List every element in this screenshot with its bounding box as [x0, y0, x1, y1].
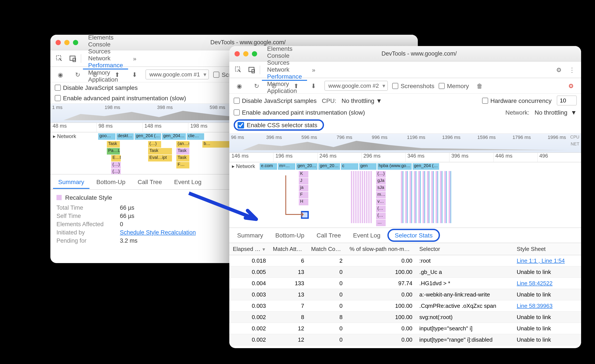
- tab-network[interactable]: Network: [262, 66, 307, 73]
- hw-concurrency-checkbox[interactable]: Hardware concurrency: [482, 97, 552, 104]
- flame-block[interactable]: (…: [376, 213, 386, 219]
- profile-select[interactable]: www.google.com #1: [146, 70, 209, 79]
- network-item[interactable]: clie…: [187, 133, 204, 140]
- network-item[interactable]: gen_204 (…: [413, 163, 439, 170]
- col-header[interactable]: Selector: [416, 243, 513, 255]
- tab-performance[interactable]: Performance: [83, 62, 128, 70]
- inspect-icon[interactable]: [53, 55, 66, 62]
- maximize-icon[interactable]: [73, 40, 78, 45]
- tab-elements[interactable]: Elements: [262, 46, 307, 52]
- record-icon[interactable]: ◉: [54, 71, 67, 78]
- more-tabs-icon[interactable]: »: [307, 66, 320, 73]
- table-row[interactable]: 0.0031300.00a:-webkit-any-link:read-writ…: [229, 289, 581, 300]
- flame-block[interactable]: Task: [148, 148, 172, 154]
- clear-icon[interactable]: ⊘: [268, 82, 281, 89]
- detail-tab-bottom-up[interactable]: Bottom-Up: [91, 176, 131, 188]
- network-item[interactable]: gen_20…: [296, 163, 318, 170]
- network-item[interactable]: gen_20…: [319, 163, 340, 170]
- detail-tab-selector-stats[interactable]: Selector Stats: [387, 229, 440, 242]
- detail-tab-summary[interactable]: Summary: [53, 175, 89, 189]
- stylesheet-link[interactable]: Line 1:1 , Line 1:54: [517, 257, 565, 264]
- table-row[interactable]: 0.018620.00:rootLine 1:1 , Line 1:54: [229, 255, 581, 266]
- time-ruler[interactable]: 146 ms196 ms246 ms296 ms346 ms396 ms446 …: [229, 153, 581, 162]
- col-header[interactable]: % of slow-path non-m…: [346, 243, 416, 255]
- flame-block[interactable]: b…: [202, 141, 228, 147]
- table-row[interactable]: 0.00370100.00.CqmPRe:active .oXqZxc span…: [229, 300, 581, 311]
- tab-console[interactable]: Console: [262, 52, 307, 59]
- reload-icon[interactable]: ↻: [71, 71, 84, 78]
- hw-concurrency-input[interactable]: [557, 96, 577, 105]
- download-icon[interactable]: ⬇: [128, 71, 141, 78]
- network-track-label[interactable]: ▸ Network: [53, 133, 76, 139]
- network-item[interactable]: gen: [359, 163, 376, 170]
- col-header[interactable]: Elapsed …: [229, 243, 269, 255]
- network-item[interactable]: m=…: [278, 163, 295, 170]
- device-icon[interactable]: [66, 55, 79, 62]
- flame-block[interactable]: (…: [376, 206, 386, 212]
- maximize-icon[interactable]: [252, 51, 257, 56]
- network-item[interactable]: goo…: [98, 133, 115, 140]
- flame-block[interactable]: Eval…ipt: [148, 155, 172, 161]
- disable-js-checkbox[interactable]: Disable JavaScript samples: [55, 84, 138, 91]
- flame-block[interactable]: v…: [376, 199, 386, 205]
- network-item[interactable]: gen_204 (…: [135, 133, 161, 140]
- network-throttle-select[interactable]: No throttling ▼: [535, 109, 577, 116]
- col-header[interactable]: Style Sheet: [513, 243, 581, 255]
- stylesheet-link[interactable]: Line 58:42522: [517, 280, 553, 287]
- tab-network[interactable]: Network: [83, 55, 128, 62]
- minimize-icon[interactable]: [64, 40, 70, 45]
- upload-icon[interactable]: ⬆: [111, 71, 124, 78]
- flame-block[interactable]: (…): [148, 141, 161, 147]
- summary-link[interactable]: Schedule Style Recalculation: [120, 229, 196, 236]
- flame-block[interactable]: (…): [111, 162, 121, 168]
- network-track-label[interactable]: ▸ Network: [232, 163, 255, 169]
- download-icon[interactable]: ⬇: [307, 82, 320, 89]
- flame-block[interactable]: Task: [107, 141, 120, 147]
- device-icon[interactable]: [245, 66, 258, 74]
- memory-checkbox[interactable]: Memory: [439, 82, 469, 89]
- gear-icon[interactable]: ⚙: [565, 82, 578, 89]
- flame-block[interactable]: Pa…L: [107, 148, 120, 154]
- flame-block[interactable]: m…: [376, 192, 386, 198]
- flame-block[interactable]: …: [376, 220, 386, 226]
- table-row[interactable]: 0.002200.00img:is([sizes="auto" i], [siz…: [229, 345, 581, 348]
- flame-block[interactable]: (an…s): [176, 141, 189, 147]
- profile-select[interactable]: www.google.com #2: [325, 81, 388, 91]
- tab-elements[interactable]: Elements: [83, 35, 128, 41]
- upload-icon[interactable]: ⬆: [290, 82, 303, 89]
- col-header[interactable]: Match Co…: [308, 243, 346, 255]
- overview-minimap[interactable]: 96 ms396 ms596 ms796 ms996 ms1196 ms1396…: [229, 134, 581, 153]
- gear-icon[interactable]: ⚙: [552, 66, 566, 73]
- kebab-icon[interactable]: ⋮: [566, 66, 579, 73]
- gc-icon[interactable]: 🗑: [473, 82, 486, 89]
- table-row[interactable]: 0.00288100.00svg:not(:root)Unable to lin…: [229, 311, 581, 323]
- network-item[interactable]: deskt…: [116, 133, 134, 140]
- disable-js-checkbox[interactable]: Disable JavaScript samples: [234, 97, 317, 104]
- network-item[interactable]: e.com: [260, 163, 277, 170]
- table-row[interactable]: 0.004133097.74.HG1dvd > *Line 58:42522: [229, 278, 581, 289]
- detail-tab-event-log[interactable]: Event Log: [348, 229, 386, 241]
- tab-performance[interactable]: Performance: [262, 73, 307, 81]
- record-icon[interactable]: ◉: [233, 82, 246, 89]
- cpu-throttle-select[interactable]: No throttling ▼: [342, 97, 382, 104]
- network-item[interactable]: gen_204…: [162, 133, 186, 140]
- inspect-icon[interactable]: [232, 66, 245, 74]
- screenshots-checkbox[interactable]: Screenshots: [392, 82, 434, 89]
- detail-tab-call-tree[interactable]: Call Tree: [133, 176, 167, 188]
- flame-block[interactable]: (…): [376, 171, 386, 178]
- flame-block[interactable]: E…t: [111, 155, 121, 161]
- table-row[interactable]: 0.005130100.00.gb_Uc aUnable to link: [229, 266, 581, 278]
- paint-instrumentation-checkbox[interactable]: Enable advanced paint instrumentation (s…: [55, 95, 186, 102]
- flame-chart[interactable]: ▸ Network e.comm=…gen_20…gen_20…cgenhpba…: [229, 162, 581, 227]
- close-icon[interactable]: [56, 40, 61, 45]
- paint-instrumentation-checkbox[interactable]: Enable advanced paint instrumentation (s…: [234, 109, 365, 116]
- network-item[interactable]: hpba (www.go…: [377, 163, 412, 170]
- more-tabs-icon[interactable]: »: [128, 55, 141, 62]
- flame-block[interactable]: gJa: [376, 178, 386, 184]
- tab-sources[interactable]: Sources: [83, 48, 128, 55]
- table-row[interactable]: 0.0021200.00input[type="range" i]:disabl…: [229, 334, 581, 345]
- flame-block[interactable]: sJa: [376, 185, 386, 191]
- reload-icon[interactable]: ↻: [250, 82, 263, 89]
- flame-block[interactable]: (…): [111, 169, 121, 174]
- network-item[interactable]: c: [341, 163, 358, 170]
